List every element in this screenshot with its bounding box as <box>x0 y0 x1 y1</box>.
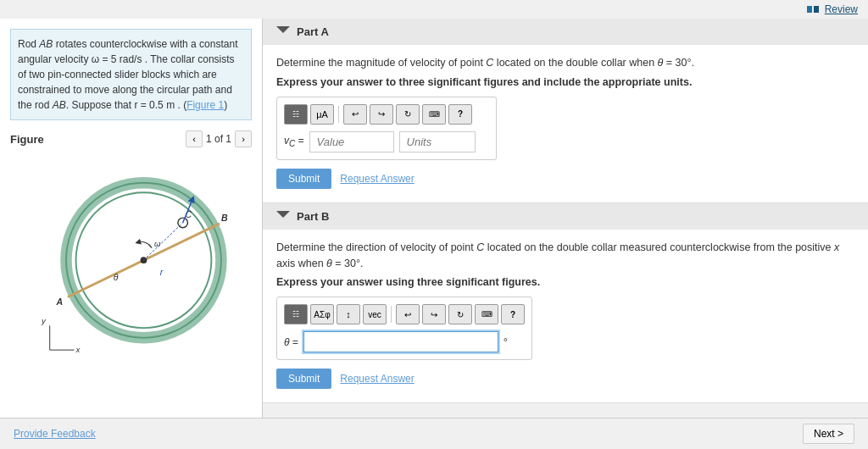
figure-header: Figure ‹ 1 of 1 › <box>10 130 252 147</box>
tb-sep1 <box>338 106 339 123</box>
next-figure-btn[interactable]: › <box>235 130 252 147</box>
part-b-input-row: θ = ° <box>284 331 525 352</box>
degree-sign: ° <box>504 335 508 348</box>
part-a-section: Part A Determine the magnitude of veloci… <box>263 19 868 203</box>
tb-undo-btn[interactable]: ↩ <box>343 104 367 125</box>
figure-page: 1 of 1 <box>206 133 231 145</box>
tb2-help-btn[interactable]: ? <box>501 304 525 324</box>
part-b-section: Part B Determine the direction of veloci… <box>263 203 868 404</box>
tb2-vec-btn[interactable]: vec <box>363 304 387 324</box>
figure-title: Figure <box>10 133 44 146</box>
part-b-title: Part B <box>297 210 329 223</box>
part-b-header: Part B <box>263 203 868 230</box>
figure-section: Figure ‹ 1 of 1 › y x <box>10 130 252 407</box>
part-b-btn-row: Submit Request Answer <box>276 369 854 389</box>
tb2-updown-btn[interactable]: ↕ <box>337 304 360 324</box>
main-layout: Rod AB rotates counterclockwise with a c… <box>0 19 868 418</box>
tb-keyboard-btn[interactable]: ⌨ <box>422 104 446 125</box>
svg-text:y: y <box>41 316 47 325</box>
svg-text:A: A <box>55 297 63 307</box>
bottom-bar: Provide Feedback Next > <box>0 418 868 449</box>
tb-refresh-btn[interactable]: ↻ <box>396 104 420 125</box>
part-b-toolbar: ☷ ΑΣφ ↕ vec ↩ ↪ ↻ ⌨ ? <box>284 304 525 324</box>
left-panel: Rod AB rotates counterclockwise with a c… <box>0 19 263 418</box>
part-a-submit-btn[interactable]: Submit <box>276 169 331 189</box>
part-b-input-label: θ = <box>284 336 298 348</box>
right-panel: Part A Determine the magnitude of veloci… <box>263 19 868 418</box>
part-a-value-input[interactable] <box>309 131 394 152</box>
figure-link[interactable]: Figure 1 <box>186 99 224 111</box>
svg-text:r: r <box>159 267 163 277</box>
part-b-collapse-icon[interactable] <box>276 211 290 222</box>
part-a-instruction: Express your answer to three significant… <box>276 76 854 88</box>
tb-help-btn[interactable]: ? <box>448 104 472 125</box>
part-a-btn-row: Submit Request Answer <box>276 169 854 189</box>
problem-description: Rod AB rotates counterclockwise with a c… <box>18 38 237 111</box>
tb-mu-btn[interactable]: μA <box>310 104 334 125</box>
top-bar: Review <box>0 0 868 19</box>
svg-text:B: B <box>220 213 227 223</box>
part-a-toolbar: ☷ μA ↩ ↪ ↻ ⌨ ? <box>284 104 489 125</box>
tb-grid-btn[interactable]: ☷ <box>284 104 308 125</box>
part-a-units-input[interactable] <box>399 131 476 152</box>
part-b-instruction: Express your answer using three signific… <box>276 276 854 288</box>
tb-redo-btn[interactable]: ↪ <box>370 104 393 125</box>
part-b-answer-box: ☷ ΑΣφ ↕ vec ↩ ↪ ↻ ⌨ ? θ = <box>276 297 532 360</box>
tb2-grid-btn[interactable]: ☷ <box>284 304 308 324</box>
review-label: Review <box>825 3 858 15</box>
tb2-keyboard-btn[interactable]: ⌨ <box>475 304 498 324</box>
tb2-sep1 <box>391 306 392 323</box>
tb2-undo-btn[interactable]: ↩ <box>396 304 420 324</box>
figure-nav: ‹ 1 of 1 › <box>186 130 252 147</box>
part-a-body: Determine the magnitude of velocity of p… <box>263 45 868 202</box>
part-b-question: Determine the direction of velocity of p… <box>276 240 854 272</box>
svg-text:x: x <box>75 345 81 354</box>
part-a-collapse-icon[interactable] <box>276 26 290 37</box>
tb2-sigma-btn[interactable]: ΑΣφ <box>310 304 334 324</box>
part-a-input-label: vC = <box>284 135 304 148</box>
part-b-submit-btn[interactable]: Submit <box>276 369 331 389</box>
next-btn[interactable]: Next > <box>803 424 854 444</box>
svg-text:ω: ω <box>153 239 160 248</box>
part-a-question: Determine the magnitude of velocity of p… <box>276 55 854 71</box>
part-a-header: Part A <box>263 19 868 45</box>
part-b-answer-input[interactable] <box>303 331 498 352</box>
part-a-input-row: vC = <box>284 131 489 152</box>
figure-diagram: y x A B C <box>21 154 242 374</box>
part-a-request-link[interactable]: Request Answer <box>340 173 414 185</box>
problem-text: Rod AB rotates counterclockwise with a c… <box>10 29 252 120</box>
part-a-answer-box: ☷ μA ↩ ↪ ↻ ⌨ ? vC = <box>276 97 497 160</box>
part-a-title: Part A <box>297 25 329 38</box>
svg-text:θ: θ <box>113 272 118 282</box>
review-link[interactable]: Review <box>807 3 858 15</box>
svg-line-16 <box>143 223 182 260</box>
prev-figure-btn[interactable]: ‹ <box>186 130 203 147</box>
tb2-redo-btn[interactable]: ↪ <box>422 304 446 324</box>
feedback-link[interactable]: Provide Feedback <box>14 428 96 440</box>
part-b-body: Determine the direction of velocity of p… <box>263 230 868 403</box>
part-b-request-link[interactable]: Request Answer <box>340 373 414 385</box>
tb2-refresh-btn[interactable]: ↻ <box>448 304 472 324</box>
